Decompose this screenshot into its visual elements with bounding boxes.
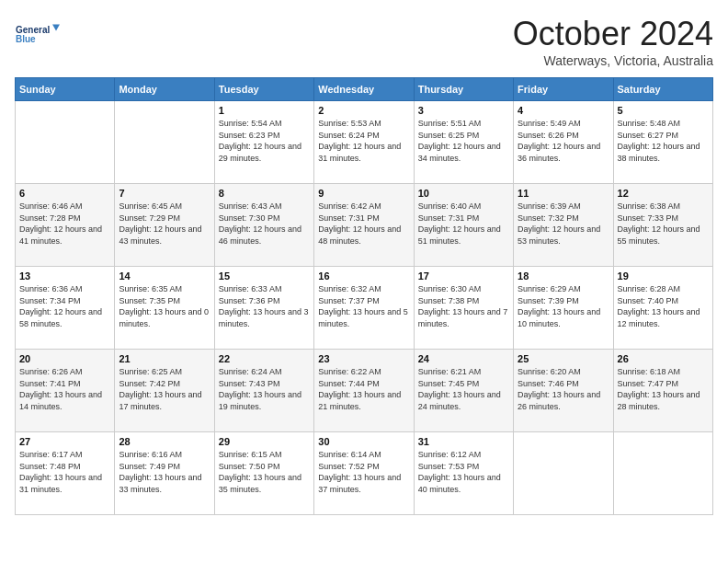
- calendar-cell: 2 Sunrise: 5:53 AMSunset: 6:24 PMDayligh…: [314, 101, 414, 184]
- day-info: Sunrise: 6:42 AMSunset: 7:31 PMDaylight:…: [318, 201, 409, 247]
- day-info: Sunrise: 6:26 AMSunset: 7:41 PMDaylight:…: [19, 366, 110, 412]
- day-info: Sunrise: 6:36 AMSunset: 7:34 PMDaylight:…: [19, 283, 110, 329]
- day-number: 13: [19, 270, 110, 282]
- calendar-table: SundayMondayTuesdayWednesdayThursdayFrid…: [15, 77, 713, 515]
- calendar-cell: 16 Sunrise: 6:32 AMSunset: 7:37 PMDaylig…: [314, 267, 414, 350]
- calendar-cell: 6 Sunrise: 6:46 AMSunset: 7:28 PMDayligh…: [16, 184, 115, 267]
- calendar-cell: 8 Sunrise: 6:43 AMSunset: 7:30 PMDayligh…: [214, 184, 313, 267]
- day-number: 27: [19, 436, 110, 447]
- day-header-tuesday: Tuesday: [214, 78, 313, 101]
- day-info: Sunrise: 6:46 AMSunset: 7:28 PMDaylight:…: [19, 201, 110, 247]
- week-row-3: 13 Sunrise: 6:36 AMSunset: 7:34 PMDaylig…: [16, 267, 713, 350]
- calendar-cell: 28 Sunrise: 6:16 AMSunset: 7:49 PMDaylig…: [115, 432, 214, 515]
- header-row: SundayMondayTuesdayWednesdayThursdayFrid…: [16, 78, 713, 101]
- day-info: Sunrise: 6:39 AMSunset: 7:32 PMDaylight:…: [518, 201, 609, 247]
- day-number: 15: [219, 270, 310, 282]
- day-number: 22: [219, 353, 310, 364]
- day-info: Sunrise: 6:24 AMSunset: 7:43 PMDaylight:…: [219, 366, 310, 412]
- day-info: Sunrise: 5:49 AMSunset: 6:26 PMDaylight:…: [518, 118, 609, 164]
- month-title: October 2024: [513, 15, 713, 53]
- calendar-cell: 30 Sunrise: 6:14 AMSunset: 7:52 PMDaylig…: [314, 432, 414, 515]
- day-info: Sunrise: 6:16 AMSunset: 7:49 PMDaylight:…: [119, 449, 210, 495]
- day-info: Sunrise: 6:40 AMSunset: 7:31 PMDaylight:…: [418, 201, 509, 247]
- calendar-cell: 17 Sunrise: 6:30 AMSunset: 7:38 PMDaylig…: [414, 267, 513, 350]
- calendar-cell: 4 Sunrise: 5:49 AMSunset: 6:26 PMDayligh…: [514, 101, 613, 184]
- day-info: Sunrise: 6:45 AMSunset: 7:29 PMDaylight:…: [119, 201, 210, 247]
- day-info: Sunrise: 6:17 AMSunset: 7:48 PMDaylight:…: [19, 449, 110, 495]
- day-number: 24: [418, 353, 509, 364]
- day-info: Sunrise: 6:12 AMSunset: 7:53 PMDaylight:…: [418, 449, 509, 495]
- calendar-cell: 12 Sunrise: 6:38 AMSunset: 7:33 PMDaylig…: [613, 184, 712, 267]
- calendar-cell: 19 Sunrise: 6:28 AMSunset: 7:40 PMDaylig…: [613, 267, 712, 350]
- day-number: 3: [418, 105, 509, 116]
- week-row-5: 27 Sunrise: 6:17 AMSunset: 7:48 PMDaylig…: [16, 432, 713, 515]
- day-number: 11: [518, 188, 609, 199]
- calendar-cell: 11 Sunrise: 6:39 AMSunset: 7:32 PMDaylig…: [514, 184, 613, 267]
- day-number: 10: [418, 188, 509, 199]
- day-header-monday: Monday: [115, 78, 214, 101]
- day-number: 8: [219, 188, 310, 199]
- day-number: 17: [418, 270, 509, 282]
- calendar-cell: [16, 101, 115, 184]
- day-number: 4: [518, 105, 609, 116]
- day-number: 19: [618, 270, 709, 282]
- calendar-cell: 26 Sunrise: 6:18 AMSunset: 7:47 PMDaylig…: [613, 350, 712, 432]
- day-info: Sunrise: 5:54 AMSunset: 6:23 PMDaylight:…: [219, 118, 310, 164]
- calendar-cell: 24 Sunrise: 6:21 AMSunset: 7:45 PMDaylig…: [414, 350, 513, 432]
- day-number: 29: [219, 436, 310, 447]
- day-info: Sunrise: 6:28 AMSunset: 7:40 PMDaylight:…: [618, 283, 709, 329]
- day-number: 31: [418, 436, 509, 447]
- day-number: 14: [119, 270, 210, 282]
- day-number: 23: [318, 353, 409, 364]
- day-number: 12: [618, 188, 709, 199]
- day-number: 6: [19, 188, 110, 199]
- calendar-cell: 25 Sunrise: 6:20 AMSunset: 7:46 PMDaylig…: [514, 350, 613, 432]
- svg-text:General: General: [16, 25, 50, 35]
- day-number: 9: [318, 188, 409, 199]
- calendar-cell: 20 Sunrise: 6:26 AMSunset: 7:41 PMDaylig…: [16, 350, 115, 432]
- svg-marker-2: [52, 25, 60, 31]
- day-info: Sunrise: 6:22 AMSunset: 7:44 PMDaylight:…: [318, 366, 409, 412]
- page-header: General Blue October 2024 Waterways, Vic…: [15, 15, 713, 68]
- day-number: 1: [219, 105, 310, 116]
- day-header-wednesday: Wednesday: [314, 78, 414, 101]
- day-header-thursday: Thursday: [414, 78, 513, 101]
- day-header-saturday: Saturday: [613, 78, 712, 101]
- calendar-cell: 23 Sunrise: 6:22 AMSunset: 7:44 PMDaylig…: [314, 350, 414, 432]
- calendar-cell: 3 Sunrise: 5:51 AMSunset: 6:25 PMDayligh…: [414, 101, 513, 184]
- day-info: Sunrise: 6:15 AMSunset: 7:50 PMDaylight:…: [219, 449, 310, 495]
- calendar-cell: 29 Sunrise: 6:15 AMSunset: 7:50 PMDaylig…: [214, 432, 313, 515]
- calendar-cell: 9 Sunrise: 6:42 AMSunset: 7:31 PMDayligh…: [314, 184, 414, 267]
- day-number: 16: [318, 270, 409, 282]
- title-area: October 2024 Waterways, Victoria, Austra…: [513, 15, 713, 68]
- day-info: Sunrise: 6:25 AMSunset: 7:42 PMDaylight:…: [119, 366, 210, 412]
- calendar-cell: 22 Sunrise: 6:24 AMSunset: 7:43 PMDaylig…: [214, 350, 313, 432]
- day-info: Sunrise: 5:53 AMSunset: 6:24 PMDaylight:…: [318, 118, 409, 164]
- day-number: 28: [119, 436, 210, 447]
- day-number: 25: [518, 353, 609, 364]
- week-row-4: 20 Sunrise: 6:26 AMSunset: 7:41 PMDaylig…: [16, 350, 713, 432]
- day-info: Sunrise: 6:30 AMSunset: 7:38 PMDaylight:…: [418, 283, 509, 329]
- location: Waterways, Victoria, Australia: [513, 53, 713, 68]
- calendar-cell: 14 Sunrise: 6:35 AMSunset: 7:35 PMDaylig…: [115, 267, 214, 350]
- day-header-friday: Friday: [514, 78, 613, 101]
- day-info: Sunrise: 6:38 AMSunset: 7:33 PMDaylight:…: [618, 201, 709, 247]
- calendar-cell: 18 Sunrise: 6:29 AMSunset: 7:39 PMDaylig…: [514, 267, 613, 350]
- logo-svg: General Blue: [15, 15, 61, 53]
- day-info: Sunrise: 6:18 AMSunset: 7:47 PMDaylight:…: [618, 366, 709, 412]
- day-number: 26: [618, 353, 709, 364]
- day-info: Sunrise: 6:35 AMSunset: 7:35 PMDaylight:…: [119, 283, 210, 329]
- logo: General Blue: [15, 15, 61, 53]
- svg-text:Blue: Blue: [16, 34, 36, 44]
- day-number: 7: [119, 188, 210, 199]
- calendar-cell: [115, 101, 214, 184]
- calendar-cell: 13 Sunrise: 6:36 AMSunset: 7:34 PMDaylig…: [16, 267, 115, 350]
- day-number: 21: [119, 353, 210, 364]
- day-number: 20: [19, 353, 110, 364]
- day-info: Sunrise: 6:32 AMSunset: 7:37 PMDaylight:…: [318, 283, 409, 329]
- day-info: Sunrise: 6:20 AMSunset: 7:46 PMDaylight:…: [518, 366, 609, 412]
- day-number: 5: [618, 105, 709, 116]
- calendar-cell: [514, 432, 613, 515]
- calendar-cell: 1 Sunrise: 5:54 AMSunset: 6:23 PMDayligh…: [214, 101, 313, 184]
- day-info: Sunrise: 5:51 AMSunset: 6:25 PMDaylight:…: [418, 118, 509, 164]
